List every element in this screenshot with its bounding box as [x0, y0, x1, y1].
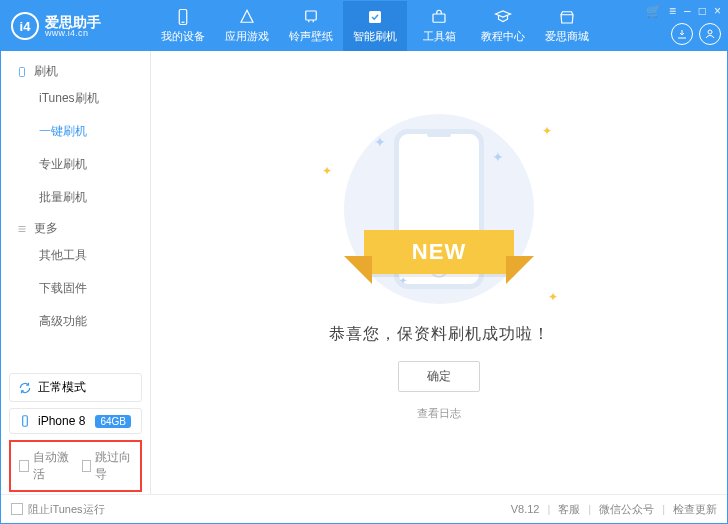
sidebar-group-more[interactable]: 更多 [1, 214, 150, 239]
success-illustration: ✦ ✦ ✦ ✦ ✦ ✦ NEW [344, 114, 534, 304]
nav-flash[interactable]: 智能刷机 [343, 1, 407, 51]
sidebar-item-advanced[interactable]: 高级功能 [1, 305, 150, 338]
status-bar: 阻止iTunes运行 V8.12 | 客服 | 微信公众号 | 检查更新 [1, 494, 727, 523]
nav-my-device[interactable]: 我的设备 [151, 1, 215, 51]
device-small-icon [18, 414, 32, 428]
nav-tutorial[interactable]: 教程中心 [471, 1, 535, 51]
svg-rect-4 [433, 14, 445, 22]
storage-badge: 64GB [95, 415, 131, 428]
logo[interactable]: i4 爱思助手 www.i4.cn [1, 12, 151, 40]
view-log-link[interactable]: 查看日志 [417, 406, 461, 421]
cart-icon[interactable]: 🛒 [646, 4, 661, 18]
top-nav: 我的设备 应用游戏 铃声壁纸 智能刷机 工具箱 教程中心 爱思商城 [151, 1, 727, 51]
tutorial-icon [494, 8, 512, 26]
ribbon-text: NEW [364, 230, 514, 274]
maximize-button[interactable]: □ [699, 4, 706, 18]
auto-activate-checkbox[interactable]: 自动激活 [19, 449, 70, 483]
minimize-button[interactable]: – [684, 4, 691, 18]
svg-rect-2 [306, 11, 317, 20]
check-update-link[interactable]: 检查更新 [673, 502, 717, 517]
close-button[interactable]: × [714, 4, 721, 18]
device-icon [174, 8, 192, 26]
toolbox-icon [430, 8, 448, 26]
sidebar-item-download-firmware[interactable]: 下载固件 [1, 272, 150, 305]
sidebar-item-batch-flash[interactable]: 批量刷机 [1, 181, 150, 214]
block-itunes-checkbox[interactable]: 阻止iTunes运行 [11, 502, 105, 517]
svg-rect-10 [23, 416, 28, 427]
logo-icon: i4 [11, 12, 39, 40]
app-name: 爱思助手 [45, 15, 101, 29]
device-name: iPhone 8 [38, 414, 85, 428]
sidebar: 刷机 iTunes刷机 一键刷机 专业刷机 批量刷机 更多 其他工具 下载固件 … [1, 51, 151, 494]
skip-guide-checkbox[interactable]: 跳过向导 [82, 449, 133, 483]
version-label: V8.12 [511, 503, 540, 515]
main-content: ✦ ✦ ✦ ✦ ✦ ✦ NEW 恭喜您，保资料刷机成功啦！ 确定 查看日志 [151, 51, 727, 494]
sidebar-group-flash[interactable]: 刷机 [1, 57, 150, 82]
auto-options-highlight: 自动激活 跳过向导 [9, 440, 142, 492]
device-mode-row[interactable]: 正常模式 [9, 373, 142, 402]
menu-icon[interactable]: ≡ [669, 4, 676, 18]
app-url: www.i4.cn [45, 29, 101, 38]
svg-rect-3 [369, 11, 381, 23]
wechat-link[interactable]: 微信公众号 [599, 502, 654, 517]
svg-rect-6 [20, 67, 25, 76]
nav-ringtone[interactable]: 铃声壁纸 [279, 1, 343, 51]
nav-shop[interactable]: 爱思商城 [535, 1, 599, 51]
apps-icon [238, 8, 256, 26]
support-link[interactable]: 客服 [558, 502, 580, 517]
device-mode-label: 正常模式 [38, 379, 86, 396]
phone-icon [16, 66, 28, 78]
sidebar-item-other-tools[interactable]: 其他工具 [1, 239, 150, 272]
ribbon: NEW [364, 230, 514, 274]
svg-point-5 [708, 30, 712, 34]
download-button[interactable] [671, 23, 693, 45]
success-message: 恭喜您，保资料刷机成功啦！ [329, 324, 550, 345]
refresh-icon [18, 381, 32, 395]
body: 刷机 iTunes刷机 一键刷机 专业刷机 批量刷机 更多 其他工具 下载固件 … [1, 51, 727, 494]
menu-lines-icon [16, 223, 28, 235]
sidebar-footer: 正常模式 iPhone 8 64GB 自动激活 跳过向导 [1, 367, 150, 494]
sidebar-item-pro-flash[interactable]: 专业刷机 [1, 148, 150, 181]
nav-toolbox[interactable]: 工具箱 [407, 1, 471, 51]
shop-icon [558, 8, 576, 26]
device-info-row[interactable]: iPhone 8 64GB [9, 408, 142, 434]
header: i4 爱思助手 www.i4.cn 我的设备 应用游戏 铃声壁纸 智能刷机 工具… [1, 1, 727, 51]
music-icon [302, 8, 320, 26]
sidebar-item-itunes-flash[interactable]: iTunes刷机 [1, 82, 150, 115]
ok-button[interactable]: 确定 [398, 361, 480, 392]
account-button[interactable] [699, 23, 721, 45]
nav-apps[interactable]: 应用游戏 [215, 1, 279, 51]
flash-icon [366, 8, 384, 26]
window-controls: 🛒 ≡ – □ × [646, 4, 721, 18]
sidebar-item-onekey-flash[interactable]: 一键刷机 [1, 115, 150, 148]
